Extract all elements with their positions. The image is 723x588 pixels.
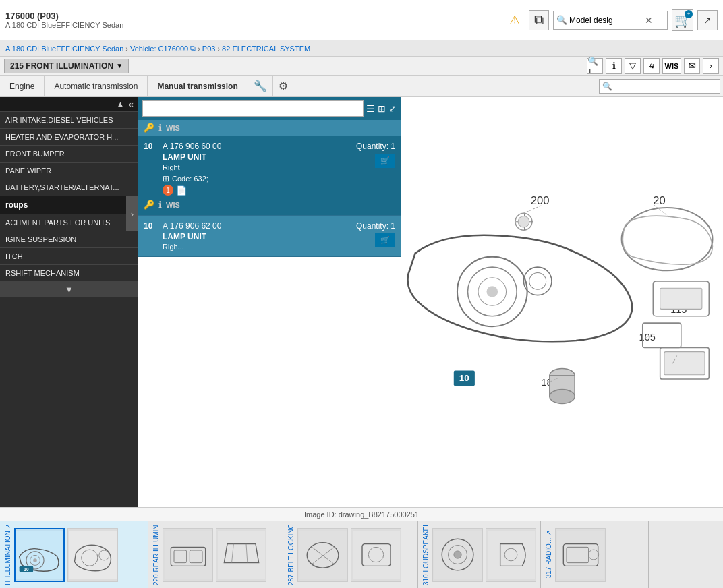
sidebar-item-heater[interactable]: HEATER AND EVAPORATOR H... [0, 129, 138, 146]
tab-search-input[interactable] [612, 82, 717, 90]
sidebar-scroll-right[interactable]: › [126, 196, 138, 231]
sidebar-collapse-icon[interactable]: ▲ [114, 99, 127, 109]
info-doc-icon[interactable]: ℹ [158, 123, 162, 133]
parts-search-input[interactable] [142, 100, 364, 117]
part-row-0[interactable]: 10 A 176 906 60 00 LAMP UNIT Right ⊞ Cod… [138, 136, 401, 216]
tab-automatic-transmission[interactable]: Automatic transmission [45, 76, 148, 96]
key-icon-0[interactable]: 🔑 [144, 200, 154, 210]
diagram-panel: 200 20 10 115 [401, 97, 723, 507]
part-code-0: A 176 906 60 00 [163, 142, 356, 151]
filter-icon[interactable]: ▽ [625, 58, 641, 74]
breadcrumb-item-2[interactable]: P03 [202, 45, 216, 53]
copy-icon[interactable]: ⧉ [529, 10, 549, 30]
thumbnail-group-3[interactable]: 310 LOUDSPEAKER ↗ [418, 521, 541, 588]
info-wis-icon[interactable]: WIS [166, 124, 180, 132]
add-to-cart-1[interactable]: 🛒 [375, 233, 395, 247]
sidebar-scroll-down[interactable]: ▼ [0, 282, 138, 297]
svg-point-5 [518, 216, 529, 227]
section-label[interactable]: 215 FRONT ILLUMINATION ▼ [4, 59, 129, 74]
thumbnail-img-1-a[interactable] [163, 528, 213, 582]
tab-engine[interactable]: Engine [0, 76, 45, 96]
breadcrumb: A 180 CDI BlueEFFICIENCY Sedan › Vehicle… [0, 40, 723, 57]
thumbnail-label-4[interactable]: 317 RADIO... ↗ [545, 531, 552, 578]
table-icon-0: ⊞ [163, 174, 169, 183]
thumbnail-group-2[interactable]: 287 BELT LOCKING RETRACTOR, AIRBAG AND S… [283, 521, 418, 588]
breadcrumb-item-3[interactable]: 82 ELECTRICAL SYSTEM [222, 45, 310, 53]
svg-rect-49 [299, 531, 347, 579]
parts-info-row: 🔑 ℹ WIS [138, 120, 401, 136]
thumbnail-img-3-b[interactable] [486, 528, 536, 582]
parts-list-icon[interactable]: ☰ [366, 103, 375, 114]
external-link-icon[interactable]: ↗ [697, 10, 718, 30]
search-input[interactable] [569, 16, 643, 25]
thumbnail-group-0[interactable]: IT ILLUMINATION ↗ 10 [0, 521, 148, 588]
svg-rect-62 [557, 531, 604, 579]
tab-icon-1[interactable]: 🔧 [248, 76, 273, 96]
part-name-1: LAMP UNIT [163, 232, 356, 241]
doc-icon-0[interactable]: 📄 [176, 185, 187, 196]
parts-grid-icon[interactable]: ⊞ [378, 103, 386, 114]
breadcrumb-item-0[interactable]: A 180 CDI BlueEFFICIENCY Sedan [5, 45, 123, 53]
info-icon-0[interactable]: ℹ [158, 200, 162, 210]
sidebar-item-gearshift[interactable]: RSHIFT MECHANISM [0, 265, 138, 282]
tabs-bar: Engine Automatic transmission Manual tra… [0, 76, 723, 97]
header-subtitle: A 180 CDI BlueEFFICIENCY Sedan [5, 21, 123, 29]
tab-icon-2[interactable]: ⚙ [273, 76, 293, 96]
thumbnail-group-4[interactable]: 317 RADIO... ↗ [541, 521, 649, 588]
mail-icon[interactable]: ✉ [684, 58, 700, 74]
sidebar-section-groups: roups [0, 196, 126, 214]
add-to-cart-0[interactable]: 🛒 [375, 154, 395, 168]
thumbnail-img-2-b[interactable] [351, 528, 401, 582]
sidebar-item-air-intake[interactable]: AIR INTAKE,DIESEL VEHICLES [0, 112, 138, 129]
diagram-svg: 200 20 10 115 [401, 97, 723, 507]
svg-text:20: 20 [653, 194, 665, 207]
vehicle-copy-icon[interactable]: ⧉ [190, 44, 196, 53]
thumbnail-img-1-b[interactable] [216, 528, 266, 582]
info-icon[interactable]: ℹ [606, 58, 622, 74]
zoom-in-icon[interactable]: 🔍+ [587, 58, 603, 74]
thumbnail-img-2-a[interactable] [297, 528, 348, 582]
thumbnail-group-1[interactable]: 220 REAR ILLUMINATION ↗ [148, 521, 283, 588]
parts-panel: ☰ ⊞ ⤢ 🔑 ℹ WIS 10 A 176 906 60 00 LAMP UN… [138, 97, 401, 507]
sidebar-item-attachment[interactable]: ACHMENT PARTS FOR UNITS [0, 214, 126, 231]
warning-icon[interactable]: ⚠ [504, 10, 525, 30]
sidebar-item-battery[interactable]: BATTERY,STARTER/ALTERNAT... [0, 179, 138, 196]
wis-icon[interactable]: WIS [662, 58, 681, 74]
sidebar-item-engine-susp[interactable]: IGINE SUSPENSION [0, 231, 138, 248]
tab-manual-transmission[interactable]: Manual transmission [148, 76, 248, 96]
more-icon[interactable]: › [703, 58, 719, 74]
search-clear-icon[interactable]: ✕ [645, 15, 653, 26]
cart-add-icon[interactable]: 🛒 + [672, 9, 693, 31]
tab-search-icon: 🔍 [602, 82, 612, 91]
breadcrumb-item-1[interactable]: Vehicle: C176000 [130, 45, 188, 53]
sidebar-item-front-bumper[interactable]: FRONT BUMPER [0, 146, 138, 163]
sidebar-item-switch[interactable]: ITCH [0, 248, 138, 265]
part-row-1[interactable]: 10 A 176 906 62 00 LAMP UNIT Righ... Qua… [138, 216, 401, 257]
info-key-icon[interactable]: 🔑 [144, 123, 154, 133]
thumbnail-img-0-b[interactable] [67, 528, 118, 582]
section-dropdown-icon[interactable]: ▼ [116, 62, 123, 69]
wis-icon-0[interactable]: WIS [166, 201, 180, 209]
sidebar-item-pane-wiper[interactable]: PANE WIPER [0, 163, 138, 179]
svg-rect-39 [69, 531, 117, 579]
print-icon[interactable]: 🖨 [643, 58, 660, 74]
thumbnail-img-0-a[interactable]: 10 [14, 528, 65, 582]
header-toolbar: ⚠ ⧉ 🔍 ✕ 🛒 + ↗ [504, 9, 718, 31]
sidebar-close-icon[interactable]: « [127, 99, 136, 109]
parts-expand-icon[interactable]: ⤢ [388, 103, 397, 114]
part-qty-1: Quantity: 1 [356, 221, 395, 231]
thumbnail-label-2[interactable]: 287 BELT LOCKING RETRACTOR, AIRBAG AND S… [287, 525, 295, 585]
svg-point-59 [453, 550, 461, 558]
search-box[interactable]: 🔍 ✕ [553, 11, 668, 30]
thumbnail-label-3[interactable]: 310 LOUDSPEAKER ↗ [422, 525, 430, 585]
tab-search-box[interactable]: 🔍 [599, 79, 720, 94]
thumbnail-img-4-a[interactable] [555, 528, 606, 582]
part-code-1: A 176 906 62 00 [163, 221, 356, 231]
breadcrumb-sep-2: › [217, 45, 220, 53]
toolbar-right: 🔍+ ℹ ▽ 🖨 WIS ✉ › [587, 58, 719, 74]
thumbnail-img-3-a[interactable] [432, 528, 483, 582]
thumbnail-label-0[interactable]: IT ILLUMINATION ↗ [4, 525, 11, 585]
thumbnail-label-1[interactable]: 220 REAR ILLUMINATION ↗ [152, 525, 160, 585]
section-label-text: 215 FRONT ILLUMINATION [10, 61, 113, 71]
svg-point-36 [33, 558, 37, 562]
